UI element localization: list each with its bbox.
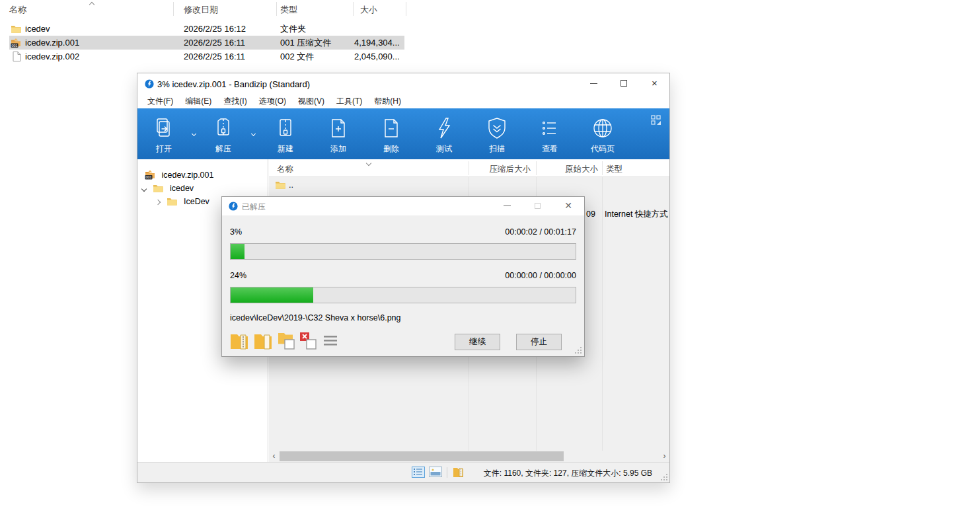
dialog-title-bar[interactable]: 已解压 ✕: [222, 197, 584, 215]
open-archive-icon: [152, 116, 176, 140]
total-time: 00:00:02 / 00:01:17: [505, 227, 576, 237]
minimize-button[interactable]: [579, 73, 609, 93]
open-archive-folder-icon[interactable]: [229, 331, 249, 351]
scan-virus-button[interactable]: 扫描: [471, 108, 523, 159]
status-bar: 文件: 1160, 文件夹: 127, 压缩文件大小: 5.95 GB: [137, 462, 669, 482]
delete-after-error-icon[interactable]: [299, 331, 319, 351]
maximize-icon: [535, 203, 541, 209]
maximize-button[interactable]: [609, 73, 639, 93]
horizontal-scrollbar[interactable]: ‹ ›: [269, 451, 669, 462]
tree-item-IceDev[interactable]: IceDev: [156, 195, 209, 208]
close-icon: ✕: [556, 197, 580, 215]
codepage-button[interactable]: 代码页: [576, 108, 629, 159]
dialog-maximize-button-disabled: [526, 197, 550, 215]
extract-icon: [211, 116, 235, 140]
add-files-button[interactable]: 添加: [312, 108, 365, 159]
extract-here-icon[interactable]: [277, 331, 297, 351]
open-dest-folder-icon[interactable]: [253, 331, 273, 351]
expander-down-icon[interactable]: [141, 186, 147, 192]
scan-virus-icon: [485, 116, 509, 140]
task-menu-icon[interactable]: [322, 331, 340, 351]
column-header-compressed[interactable]: 压缩后大小: [490, 164, 531, 175]
file-type: 001 压缩文件: [280, 36, 331, 50]
table-row-selected[interactable]: icedev.zip.001 2026/2/25 16:11 001 压缩文件 …: [0, 36, 410, 50]
bandizip-logo-icon: [229, 202, 238, 211]
title-bar[interactable]: 3% icedev.zip.001 - Bandizip (Standard) …: [137, 73, 669, 94]
open-archive-folder-icon[interactable]: [452, 467, 465, 478]
file-date: 2026/2/25 16:12: [184, 22, 246, 36]
file-date: 2026/2/25 16:11: [184, 36, 245, 50]
separator: [447, 467, 447, 478]
menu-view[interactable]: 视图(V): [292, 94, 330, 108]
test-archive-icon: [432, 116, 456, 140]
column-header-type[interactable]: 类型: [280, 4, 297, 16]
explorer-column-headers: 名称 修改日期 类型 大小: [0, 0, 416, 18]
file-size: 2,045,090...: [354, 50, 400, 63]
expander-right-icon[interactable]: [155, 200, 161, 205]
new-archive-button[interactable]: 新建: [259, 108, 312, 159]
toolbar: 打开 解压 新建 添加: [137, 108, 669, 159]
scrollbar-thumb[interactable]: [280, 451, 564, 461]
delete-files-button[interactable]: 删除: [365, 108, 418, 159]
progress-row-total: 3% 00:00:02 / 00:01:17: [230, 227, 576, 237]
dialog-resize-grip[interactable]: [575, 347, 582, 354]
open-button[interactable]: 打开: [140, 108, 188, 159]
image-preview-icon[interactable]: [429, 467, 442, 477]
column-header-name[interactable]: 名称: [277, 164, 293, 175]
column-header-original[interactable]: 原始大小: [565, 164, 598, 175]
open-dropdown[interactable]: [188, 108, 200, 159]
menu-tools[interactable]: 工具(T): [330, 94, 368, 108]
file-type: 002 文件: [280, 50, 314, 63]
details-view-icon[interactable]: [412, 467, 425, 478]
close-icon: ×: [652, 77, 658, 89]
maximize-icon: [621, 80, 627, 87]
sort-asc-icon: [89, 2, 94, 7]
total-percent: 3%: [230, 227, 242, 237]
menu-options[interactable]: 选项(O): [253, 94, 292, 108]
extract-button[interactable]: 解压: [200, 108, 247, 159]
continue-button[interactable]: 继续: [455, 334, 500, 350]
menu-edit[interactable]: 编辑(E): [179, 94, 217, 108]
original-size-cell: 09: [586, 207, 595, 221]
progress-row-file: 24% 00:00:00 / 00:00:00: [230, 271, 576, 280]
menu-help[interactable]: 帮助(H): [368, 94, 407, 108]
chevron-down-icon: [191, 132, 196, 136]
menu-file[interactable]: 文件(F): [141, 94, 179, 108]
file-explorer-pane: 名称 修改日期 类型 大小 icedev 2026/2/25 16:12 文件夹…: [0, 0, 416, 66]
table-row[interactable]: icedev 2026/2/25 16:12 文件夹: [0, 22, 410, 36]
file-date: 2026/2/25 16:11: [184, 50, 245, 63]
archive-001-icon: [145, 169, 156, 180]
folder-icon: [11, 23, 22, 34]
file-percent: 24%: [230, 271, 246, 280]
type-cell: Internet 快捷方式: [605, 207, 668, 221]
list-column-headers: 名称 压缩后大小 原始大小 类型: [269, 159, 669, 177]
file-time: 00:00:00 / 00:00:00: [505, 271, 576, 280]
file-name: icedev: [25, 22, 50, 36]
extract-progress-dialog: 已解压 ✕ 3% 00:00:02 / 00:01:17 24% 00:00:0…: [221, 196, 585, 357]
folder-icon: [275, 180, 286, 190]
add-files-icon: [326, 116, 350, 140]
view-list-button[interactable]: 查看: [523, 108, 576, 159]
folder-icon: [167, 196, 178, 206]
scroll-left-icon[interactable]: ‹: [269, 451, 279, 462]
dialog-minimize-button[interactable]: [496, 197, 519, 215]
file-progress-fill: [231, 287, 313, 303]
extract-dropdown[interactable]: [247, 108, 259, 159]
dialog-close-button[interactable]: ✕: [556, 197, 580, 215]
resize-grip[interactable]: [661, 474, 667, 480]
toolbar-customize-icon[interactable]: [651, 115, 661, 126]
scroll-right-icon[interactable]: ›: [660, 451, 669, 462]
menu-find[interactable]: 查找(I): [217, 94, 252, 108]
test-archive-button[interactable]: 测试: [418, 108, 471, 159]
stop-button[interactable]: 停止: [516, 334, 562, 350]
tree-item-icedev[interactable]: icedev: [142, 182, 194, 195]
tree-item-archive[interactable]: icedev.zip.001: [145, 169, 213, 182]
column-header-date[interactable]: 修改日期: [184, 4, 218, 16]
table-row[interactable]: icedev.zip.002 2026/2/25 16:11 002 文件 2,…: [0, 50, 410, 63]
bandizip-logo-icon: [145, 79, 154, 89]
column-header-type[interactable]: 类型: [606, 164, 622, 175]
column-header-size[interactable]: 大小: [360, 4, 377, 16]
list-item-up[interactable]: ..: [269, 178, 669, 192]
close-button[interactable]: ×: [640, 73, 669, 93]
column-header-name[interactable]: 名称: [9, 4, 26, 16]
